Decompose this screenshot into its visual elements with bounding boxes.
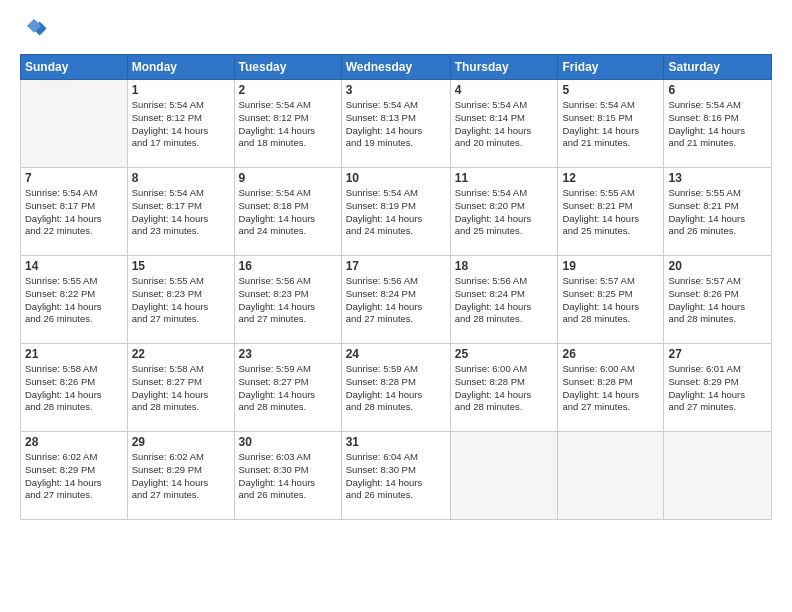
week-row-3: 21Sunrise: 5:58 AM Sunset: 8:26 PM Dayli…: [21, 344, 772, 432]
weekday-saturday: Saturday: [664, 55, 772, 80]
day-number: 19: [562, 259, 659, 273]
day-number: 6: [668, 83, 767, 97]
day-info: Sunrise: 5:54 AM Sunset: 8:12 PM Dayligh…: [239, 99, 337, 150]
day-info: Sunrise: 5:54 AM Sunset: 8:17 PM Dayligh…: [25, 187, 123, 238]
day-info: Sunrise: 5:54 AM Sunset: 8:13 PM Dayligh…: [346, 99, 446, 150]
day-info: Sunrise: 5:54 AM Sunset: 8:17 PM Dayligh…: [132, 187, 230, 238]
day-cell: 16Sunrise: 5:56 AM Sunset: 8:23 PM Dayli…: [234, 256, 341, 344]
day-cell: 12Sunrise: 5:55 AM Sunset: 8:21 PM Dayli…: [558, 168, 664, 256]
day-number: 22: [132, 347, 230, 361]
weekday-friday: Friday: [558, 55, 664, 80]
day-number: 21: [25, 347, 123, 361]
day-number: 16: [239, 259, 337, 273]
day-cell: [664, 432, 772, 520]
weekday-monday: Monday: [127, 55, 234, 80]
day-info: Sunrise: 6:01 AM Sunset: 8:29 PM Dayligh…: [668, 363, 767, 414]
day-number: 1: [132, 83, 230, 97]
week-row-4: 28Sunrise: 6:02 AM Sunset: 8:29 PM Dayli…: [21, 432, 772, 520]
day-cell: 3Sunrise: 5:54 AM Sunset: 8:13 PM Daylig…: [341, 80, 450, 168]
day-cell: 5Sunrise: 5:54 AM Sunset: 8:15 PM Daylig…: [558, 80, 664, 168]
day-info: Sunrise: 6:02 AM Sunset: 8:29 PM Dayligh…: [132, 451, 230, 502]
day-cell: 26Sunrise: 6:00 AM Sunset: 8:28 PM Dayli…: [558, 344, 664, 432]
day-number: 17: [346, 259, 446, 273]
day-cell: 10Sunrise: 5:54 AM Sunset: 8:19 PM Dayli…: [341, 168, 450, 256]
day-info: Sunrise: 5:54 AM Sunset: 8:12 PM Dayligh…: [132, 99, 230, 150]
day-number: 27: [668, 347, 767, 361]
day-number: 7: [25, 171, 123, 185]
day-cell: 6Sunrise: 5:54 AM Sunset: 8:16 PM Daylig…: [664, 80, 772, 168]
day-number: 13: [668, 171, 767, 185]
day-info: Sunrise: 5:58 AM Sunset: 8:27 PM Dayligh…: [132, 363, 230, 414]
day-number: 23: [239, 347, 337, 361]
day-info: Sunrise: 5:54 AM Sunset: 8:19 PM Dayligh…: [346, 187, 446, 238]
day-info: Sunrise: 5:54 AM Sunset: 8:15 PM Dayligh…: [562, 99, 659, 150]
day-number: 4: [455, 83, 554, 97]
day-number: 28: [25, 435, 123, 449]
day-info: Sunrise: 5:55 AM Sunset: 8:23 PM Dayligh…: [132, 275, 230, 326]
day-cell: 4Sunrise: 5:54 AM Sunset: 8:14 PM Daylig…: [450, 80, 558, 168]
day-info: Sunrise: 5:54 AM Sunset: 8:16 PM Dayligh…: [668, 99, 767, 150]
day-cell: 23Sunrise: 5:59 AM Sunset: 8:27 PM Dayli…: [234, 344, 341, 432]
day-number: 29: [132, 435, 230, 449]
day-info: Sunrise: 5:56 AM Sunset: 8:24 PM Dayligh…: [455, 275, 554, 326]
day-cell: 18Sunrise: 5:56 AM Sunset: 8:24 PM Dayli…: [450, 256, 558, 344]
day-number: 10: [346, 171, 446, 185]
weekday-tuesday: Tuesday: [234, 55, 341, 80]
day-cell: 1Sunrise: 5:54 AM Sunset: 8:12 PM Daylig…: [127, 80, 234, 168]
weekday-header-row: SundayMondayTuesdayWednesdayThursdayFrid…: [21, 55, 772, 80]
day-cell: [21, 80, 128, 168]
day-info: Sunrise: 5:57 AM Sunset: 8:26 PM Dayligh…: [668, 275, 767, 326]
calendar-table: SundayMondayTuesdayWednesdayThursdayFrid…: [20, 54, 772, 520]
logo-icon: [20, 16, 48, 44]
week-row-2: 14Sunrise: 5:55 AM Sunset: 8:22 PM Dayli…: [21, 256, 772, 344]
day-cell: 28Sunrise: 6:02 AM Sunset: 8:29 PM Dayli…: [21, 432, 128, 520]
day-info: Sunrise: 6:03 AM Sunset: 8:30 PM Dayligh…: [239, 451, 337, 502]
day-number: 20: [668, 259, 767, 273]
day-cell: 27Sunrise: 6:01 AM Sunset: 8:29 PM Dayli…: [664, 344, 772, 432]
day-cell: 30Sunrise: 6:03 AM Sunset: 8:30 PM Dayli…: [234, 432, 341, 520]
day-info: Sunrise: 5:54 AM Sunset: 8:20 PM Dayligh…: [455, 187, 554, 238]
day-cell: 9Sunrise: 5:54 AM Sunset: 8:18 PM Daylig…: [234, 168, 341, 256]
day-info: Sunrise: 5:54 AM Sunset: 8:18 PM Dayligh…: [239, 187, 337, 238]
day-cell: 14Sunrise: 5:55 AM Sunset: 8:22 PM Dayli…: [21, 256, 128, 344]
day-info: Sunrise: 5:55 AM Sunset: 8:21 PM Dayligh…: [562, 187, 659, 238]
day-info: Sunrise: 5:55 AM Sunset: 8:21 PM Dayligh…: [668, 187, 767, 238]
page: SundayMondayTuesdayWednesdayThursdayFrid…: [0, 0, 792, 612]
day-cell: 24Sunrise: 5:59 AM Sunset: 8:28 PM Dayli…: [341, 344, 450, 432]
day-cell: 21Sunrise: 5:58 AM Sunset: 8:26 PM Dayli…: [21, 344, 128, 432]
week-row-0: 1Sunrise: 5:54 AM Sunset: 8:12 PM Daylig…: [21, 80, 772, 168]
day-info: Sunrise: 5:59 AM Sunset: 8:27 PM Dayligh…: [239, 363, 337, 414]
day-info: Sunrise: 5:57 AM Sunset: 8:25 PM Dayligh…: [562, 275, 659, 326]
day-info: Sunrise: 6:00 AM Sunset: 8:28 PM Dayligh…: [455, 363, 554, 414]
day-number: 26: [562, 347, 659, 361]
logo: [20, 16, 52, 44]
day-cell: 31Sunrise: 6:04 AM Sunset: 8:30 PM Dayli…: [341, 432, 450, 520]
day-cell: 2Sunrise: 5:54 AM Sunset: 8:12 PM Daylig…: [234, 80, 341, 168]
day-number: 8: [132, 171, 230, 185]
day-cell: 11Sunrise: 5:54 AM Sunset: 8:20 PM Dayli…: [450, 168, 558, 256]
day-cell: 15Sunrise: 5:55 AM Sunset: 8:23 PM Dayli…: [127, 256, 234, 344]
day-number: 25: [455, 347, 554, 361]
day-number: 14: [25, 259, 123, 273]
day-number: 18: [455, 259, 554, 273]
day-cell: 19Sunrise: 5:57 AM Sunset: 8:25 PM Dayli…: [558, 256, 664, 344]
day-info: Sunrise: 5:56 AM Sunset: 8:23 PM Dayligh…: [239, 275, 337, 326]
day-number: 2: [239, 83, 337, 97]
day-cell: 25Sunrise: 6:00 AM Sunset: 8:28 PM Dayli…: [450, 344, 558, 432]
day-cell: 17Sunrise: 5:56 AM Sunset: 8:24 PM Dayli…: [341, 256, 450, 344]
day-cell: [450, 432, 558, 520]
day-number: 5: [562, 83, 659, 97]
day-number: 24: [346, 347, 446, 361]
day-number: 12: [562, 171, 659, 185]
weekday-thursday: Thursday: [450, 55, 558, 80]
day-number: 9: [239, 171, 337, 185]
weekday-wednesday: Wednesday: [341, 55, 450, 80]
day-info: Sunrise: 5:55 AM Sunset: 8:22 PM Dayligh…: [25, 275, 123, 326]
weekday-sunday: Sunday: [21, 55, 128, 80]
day-cell: 22Sunrise: 5:58 AM Sunset: 8:27 PM Dayli…: [127, 344, 234, 432]
day-number: 3: [346, 83, 446, 97]
day-info: Sunrise: 6:02 AM Sunset: 8:29 PM Dayligh…: [25, 451, 123, 502]
day-info: Sunrise: 5:59 AM Sunset: 8:28 PM Dayligh…: [346, 363, 446, 414]
day-info: Sunrise: 5:58 AM Sunset: 8:26 PM Dayligh…: [25, 363, 123, 414]
day-info: Sunrise: 6:00 AM Sunset: 8:28 PM Dayligh…: [562, 363, 659, 414]
